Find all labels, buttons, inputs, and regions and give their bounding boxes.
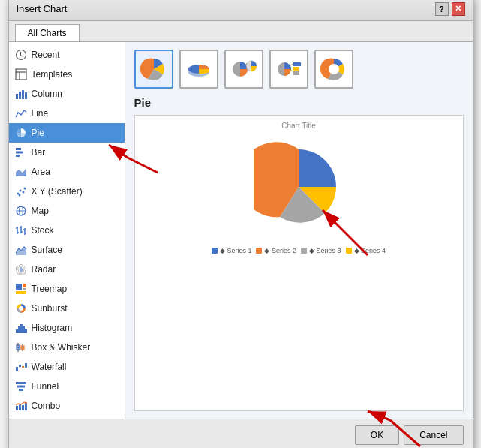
svg-marker-10 xyxy=(16,168,26,176)
sidebar-label-waterfall: Waterfall xyxy=(32,362,67,372)
svg-rect-0 xyxy=(16,69,26,80)
sidebar-item-sunburst[interactable]: Sunburst xyxy=(9,299,125,318)
chart-preview-chart-title: Chart Title xyxy=(281,122,316,130)
svg-rect-4 xyxy=(19,92,21,99)
svg-point-15 xyxy=(18,194,20,196)
insert-chart-dialog: Insert Chart ? ✕ All Charts Recent xyxy=(8,0,473,448)
sidebar-item-radar[interactable]: Radar xyxy=(9,260,125,279)
sidebar-label-map: Map xyxy=(32,206,49,216)
bar-of-pie-chart-type-btn[interactable] xyxy=(269,50,308,89)
sidebar-item-combo[interactable]: Combo xyxy=(9,396,125,416)
tab-bar: All Charts xyxy=(9,21,473,42)
legend-label-3: ◆ Series 3 xyxy=(309,247,341,254)
sidebar-label-surface: Surface xyxy=(32,245,62,255)
svg-rect-36 xyxy=(16,329,18,333)
sidebar-label-funnel: Funnel xyxy=(32,381,59,392)
svg-line-66 xyxy=(290,64,293,65)
sidebar-item-boxwhisker[interactable]: Box & Whisker xyxy=(9,338,125,357)
sidebar-item-funnel[interactable]: Funnel xyxy=(9,377,125,396)
stock-icon xyxy=(15,224,27,236)
svg-rect-54 xyxy=(19,389,23,391)
svg-rect-69 xyxy=(293,67,299,71)
svg-rect-48 xyxy=(19,365,21,367)
svg-rect-6 xyxy=(25,92,27,99)
svg-marker-30 xyxy=(20,267,23,272)
sunburst-icon xyxy=(15,302,27,314)
sidebar-item-pie[interactable]: Pie xyxy=(9,123,125,143)
sidebar-label-sunburst: Sunburst xyxy=(32,303,68,314)
donut-chart-type-btn[interactable] xyxy=(314,50,353,89)
line-icon xyxy=(15,107,27,119)
dialog-body: Recent Templates Column Li xyxy=(9,42,473,419)
chart-legend: ◆ Series 1 ◆ Series 2 ◆ Series 3 ◆ Serie… xyxy=(212,247,386,254)
radar-icon xyxy=(15,263,27,275)
surface-icon xyxy=(15,244,27,256)
svg-rect-52 xyxy=(16,382,26,384)
svg-rect-39 xyxy=(23,326,25,333)
title-bar-controls: ? ✕ xyxy=(435,2,465,16)
legend-item-3: ◆ Series 3 xyxy=(301,247,341,254)
svg-point-71 xyxy=(329,64,339,74)
ok-button[interactable]: OK xyxy=(355,425,399,445)
help-button[interactable]: ? xyxy=(435,2,449,16)
dialog-title: Insert Chart xyxy=(17,3,68,14)
pie-of-pie-chart-type-btn[interactable] xyxy=(224,50,263,89)
svg-rect-53 xyxy=(17,385,25,387)
svg-rect-40 xyxy=(25,329,27,333)
svg-rect-57 xyxy=(22,405,24,410)
3d-pie-chart-type-btn[interactable] xyxy=(179,50,218,89)
sidebar-label-histogram: Histogram xyxy=(32,323,73,333)
svg-point-13 xyxy=(22,191,24,193)
svg-rect-68 xyxy=(293,62,301,66)
cancel-button[interactable]: Cancel xyxy=(404,425,463,445)
legend-item-2: ◆ Series 2 xyxy=(256,247,296,254)
sidebar-item-histogram[interactable]: Histogram xyxy=(9,318,125,338)
svg-rect-32 xyxy=(23,284,26,287)
sidebar-item-stock[interactable]: Stock xyxy=(9,221,125,240)
all-charts-tab[interactable]: All Charts xyxy=(15,24,80,41)
pie-chart-type-btn[interactable] xyxy=(134,50,173,89)
sidebar-item-treemap[interactable]: Treemap xyxy=(9,279,125,299)
svg-rect-58 xyxy=(25,403,27,410)
svg-rect-34 xyxy=(16,291,26,294)
sidebar-label-column: Column xyxy=(32,89,62,99)
close-button[interactable]: ✕ xyxy=(452,2,465,16)
treemap-icon xyxy=(15,283,27,295)
combo-icon xyxy=(15,400,27,412)
legend-item-4: ◆ Series 4 xyxy=(346,247,386,254)
sidebar-item-recent[interactable]: Recent xyxy=(9,45,125,65)
scatter-icon xyxy=(15,185,27,197)
sidebar-label-recent: Recent xyxy=(32,50,60,60)
sidebar-item-map[interactable]: Map xyxy=(9,201,125,221)
svg-point-35 xyxy=(19,306,23,311)
box-whisker-icon xyxy=(15,341,27,353)
sidebar-item-surface[interactable]: Surface xyxy=(9,240,125,260)
sidebar-item-column[interactable]: Column xyxy=(9,84,125,104)
sidebar-label-combo: Combo xyxy=(32,401,61,411)
svg-rect-55 xyxy=(16,406,18,410)
sidebar-item-waterfall[interactable]: Waterfall xyxy=(9,357,125,377)
sidebar-item-scatter[interactable]: X Y (Scatter) xyxy=(9,182,125,201)
legend-dot-2 xyxy=(256,248,262,254)
sidebar-item-line[interactable]: Line xyxy=(9,104,125,123)
templates-icon xyxy=(15,68,27,80)
funnel-icon xyxy=(15,380,27,392)
svg-rect-8 xyxy=(16,151,23,153)
sidebar-item-templates[interactable]: Templates xyxy=(9,65,125,84)
chart-section-title: Pie xyxy=(134,96,464,109)
histogram-icon xyxy=(15,322,27,334)
sidebar-item-area[interactable]: Area xyxy=(9,162,125,182)
left-panel: Recent Templates Column Li xyxy=(9,42,125,419)
svg-rect-70 xyxy=(293,71,299,75)
legend-dot-3 xyxy=(301,248,307,254)
sidebar-label-boxwhisker: Box & Whisker xyxy=(32,342,91,353)
chart-type-icon-row xyxy=(134,50,464,89)
sidebar-label-radar: Radar xyxy=(32,264,56,275)
pie-icon xyxy=(15,127,27,139)
sidebar-item-bar[interactable]: Bar xyxy=(9,143,125,162)
sidebar-label-stock: Stock xyxy=(32,225,54,236)
svg-rect-3 xyxy=(16,94,18,99)
sidebar-label-pie: Pie xyxy=(32,128,44,138)
legend-label-4: ◆ Series 4 xyxy=(354,247,386,254)
legend-dot-1 xyxy=(212,248,218,254)
